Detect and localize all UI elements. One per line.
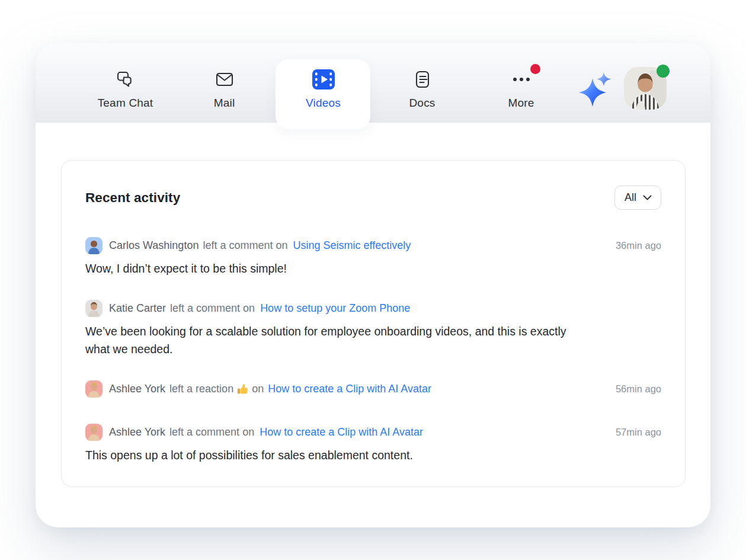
filter-label: All: [625, 191, 636, 204]
more-ellipsis-icon: [513, 70, 530, 89]
action-text: left a reaction: [169, 383, 233, 395]
filter-dropdown[interactable]: All: [614, 185, 661, 210]
notification-badge: [530, 64, 540, 74]
tab-label: Team Chat: [98, 97, 153, 110]
timestamp: 36min ago: [609, 240, 661, 251]
activity-item: Ashlee York left a reaction on How to cr…: [85, 380, 661, 398]
avatar: [85, 237, 103, 254]
activity-item-header: Carlos Washington left a comment on Usin…: [85, 237, 661, 254]
comment-text: We’ve been looking for a scalable soluti…: [85, 322, 571, 358]
activity-item-header: Ashlee York left a reaction on How to cr…: [85, 380, 661, 398]
main-content: Recent activity All: [36, 123, 710, 487]
video-link[interactable]: How to setup your Zoom Phone: [260, 302, 410, 315]
avatar: [85, 424, 103, 441]
nav-tabs: Team Chat Mail: [76, 43, 571, 123]
recent-activity-card: Recent activity All: [61, 160, 686, 487]
timestamp: 57min ago: [609, 427, 661, 438]
activity-item: Carlos Washington left a comment on Usin…: [85, 237, 661, 277]
card-header: Recent activity All: [85, 185, 661, 210]
card-title: Recent activity: [85, 190, 180, 206]
thumbs-up-icon: [237, 383, 248, 395]
tab-label: Docs: [409, 97, 435, 110]
profile-avatar[interactable]: [624, 67, 667, 110]
chat-bubbles-icon: [116, 70, 135, 89]
comment-text: Wow, I didn’t expect it to be this simpl…: [85, 260, 571, 277]
comment-text: This opens up a lot of possibilities for…: [85, 446, 571, 464]
activity-item: Katie Carter left a comment on How to se…: [85, 300, 661, 358]
mail-envelope-icon: [215, 70, 234, 89]
action-text: left a comment on: [203, 239, 287, 252]
activity-item-header: Katie Carter left a comment on How to se…: [85, 300, 661, 317]
avatar: [85, 300, 103, 317]
tab-mail[interactable]: Mail: [175, 43, 274, 123]
document-lines-icon: [414, 70, 431, 89]
tab-label: Mail: [214, 97, 235, 110]
action-suffix: on: [252, 383, 264, 395]
action-text: left a comment on: [169, 426, 254, 439]
tab-docs[interactable]: Docs: [373, 43, 472, 123]
avatar: [85, 380, 103, 398]
user-name: Carlos Washington: [109, 239, 198, 252]
ai-companion-sparkle-icon[interactable]: [577, 70, 615, 108]
chevron-down-icon: [643, 195, 652, 200]
tab-videos[interactable]: Videos: [274, 43, 373, 123]
user-name: Ashlee York: [109, 383, 165, 395]
video-link[interactable]: Using Seismic effectively: [293, 239, 411, 252]
tab-more[interactable]: More: [472, 43, 571, 123]
activity-item: Ashlee York left a comment on How to cre…: [85, 424, 661, 464]
app-window: Team Chat Mail: [36, 43, 710, 527]
activity-item-header: Ashlee York left a comment on How to cre…: [85, 424, 661, 441]
tab-label: More: [508, 97, 534, 110]
video-film-play-icon: [312, 70, 335, 89]
presence-indicator: [657, 65, 670, 78]
user-name: Katie Carter: [109, 302, 166, 315]
video-link[interactable]: How to create a Clip with AI Avatar: [260, 426, 423, 439]
user-name: Ashlee York: [109, 426, 165, 439]
action-text: left a comment on: [170, 302, 255, 315]
timestamp: 56min ago: [609, 383, 661, 395]
video-link[interactable]: How to create a Clip with AI Avatar: [268, 383, 431, 395]
top-navigation-bar: Team Chat Mail: [36, 43, 710, 123]
tab-label: Videos: [306, 97, 341, 110]
tab-team-chat[interactable]: Team Chat: [76, 43, 175, 123]
